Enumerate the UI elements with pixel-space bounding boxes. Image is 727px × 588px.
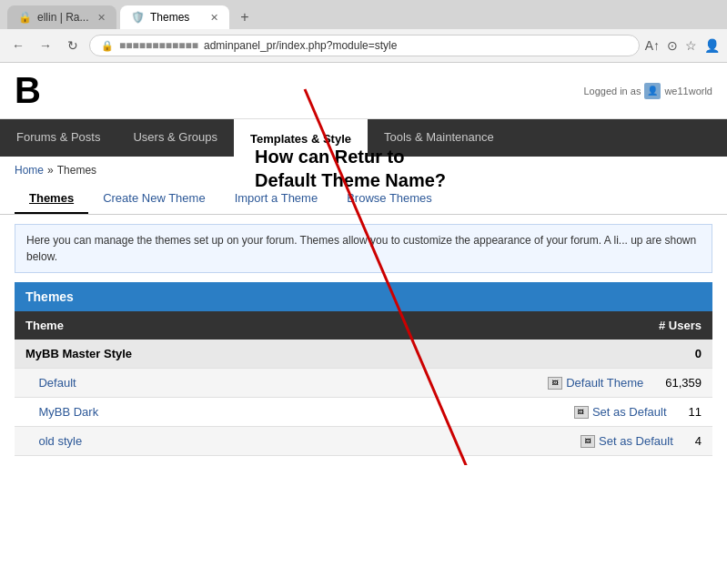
tab2-favicon: 🛡️: [131, 11, 145, 24]
profile-icon[interactable]: 👤: [704, 38, 720, 53]
default-theme-name[interactable]: Default: [15, 369, 309, 398]
logged-in-area: Logged in as 👤 we11world: [583, 83, 712, 99]
old-style-action-cell: 🖼 Set as Default 4: [309, 427, 712, 456]
address-bar[interactable]: 🔒 ■■■■■■■■■■■■ adminpanel_pr/index.php?m…: [89, 35, 640, 56]
mybb-dark-theme-name[interactable]: MyBB Dark: [15, 398, 309, 427]
table-row-old-style: old style 🖼 Set as Default 4: [15, 427, 712, 456]
table-row-default: Default 🖼 Default Theme 61,359: [15, 369, 712, 398]
reader-icon[interactable]: ⊙: [667, 38, 678, 53]
new-tab-button[interactable]: +: [233, 5, 257, 29]
top-bar: B How can Retur to Default Theme Name? L…: [0, 63, 727, 119]
default-action-link[interactable]: Default Theme: [566, 376, 643, 390]
mybb-dark-users-count: 11: [689, 405, 702, 419]
forward-button[interactable]: →: [35, 35, 56, 56]
table-row-master: MyBB Master Style 0: [15, 340, 712, 369]
browser-chrome: 🔒 ellin | Ra... ✕ 🛡️ Themes ✕ + ← → ↻ 🔒 …: [0, 0, 727, 63]
default-action-cell: 🖼 Default Theme 61,359: [309, 369, 712, 398]
table-section: Themes Theme # Users MyBB Master Style 0: [15, 282, 712, 456]
themes-table: Theme # Users MyBB Master Style 0 D: [15, 311, 712, 456]
nav-users[interactable]: Users & Groups: [116, 119, 233, 157]
mybb-dark-action-area: 🖼 Set as Default 11: [320, 405, 702, 419]
default-theme-link[interactable]: Default: [38, 376, 76, 390]
url-path: adminpanel_pr/index.php?module=style: [204, 39, 397, 52]
old-style-theme-link[interactable]: old style: [38, 434, 82, 448]
address-bar-row: ← → ↻ 🔒 ■■■■■■■■■■■■ adminpanel_pr/index…: [0, 29, 727, 62]
address-icons: A↑ ⊙ ☆ 👤: [645, 38, 720, 53]
tab-1[interactable]: 🔒 ellin | Ra... ✕: [7, 5, 116, 29]
question-line1: How can Retur to: [255, 147, 404, 167]
tab-bar: 🔒 ellin | Ra... ✕ 🛡️ Themes ✕ +: [0, 0, 727, 29]
nav-forums[interactable]: Forums & Posts: [0, 119, 116, 157]
mybb-dark-action-link[interactable]: Set as Default: [592, 405, 667, 419]
tab-2[interactable]: 🛡️ Themes ✕: [120, 5, 229, 29]
default-users-count: 61,359: [665, 376, 702, 390]
table-header: Themes: [15, 282, 712, 311]
user-avatar-icon: 👤: [644, 83, 661, 99]
col-users: # Users: [309, 311, 712, 340]
logged-in-label: Logged in as: [583, 86, 641, 96]
master-users: 0: [309, 340, 712, 369]
table-row-mybb-dark: MyBB Dark 🖼 Set as Default 11: [15, 398, 712, 427]
default-theme-icon: 🖼: [548, 377, 562, 390]
reload-button[interactable]: ↻: [62, 35, 84, 56]
question-overlay: How can Retur to Default Theme Name?: [255, 145, 446, 192]
breadcrumb-home[interactable]: Home: [15, 164, 44, 177]
old-style-action-area: 🖼 Set as Default 4: [320, 434, 702, 448]
tab2-close[interactable]: ✕: [210, 12, 218, 24]
translate-icon[interactable]: A↑: [645, 38, 660, 53]
back-button[interactable]: ←: [7, 35, 29, 56]
tab2-label: Themes: [150, 11, 189, 24]
old-style-theme-name[interactable]: old style: [15, 427, 309, 456]
subtab-create[interactable]: Create New Theme: [88, 184, 219, 214]
default-action-area: 🖼 Default Theme 61,359: [320, 376, 702, 390]
bookmark-icon[interactable]: ☆: [685, 38, 697, 53]
page-content: B How can Retur to Default Theme Name? L…: [0, 63, 727, 456]
breadcrumb-current: Themes: [57, 164, 96, 177]
old-style-set-icon: 🖼: [581, 435, 595, 448]
lock-icon: 🔒: [101, 40, 114, 52]
master-theme-name: MyBB Master Style: [15, 340, 309, 369]
mybb-dark-theme-link[interactable]: MyBB Dark: [38, 405, 98, 419]
info-box: Here you can manage the themes set up on…: [15, 224, 712, 273]
info-text: Here you can manage the themes set up on…: [26, 234, 696, 263]
breadcrumb-sep: »: [47, 164, 54, 177]
site-logo: B: [15, 70, 41, 111]
mybb-dark-set-icon: 🖼: [574, 406, 589, 419]
old-style-action-link[interactable]: Set as Default: [599, 434, 673, 448]
page-wrapper: 🔒 ellin | Ra... ✕ 🛡️ Themes ✕ + ← → ↻ 🔒 …: [0, 0, 727, 456]
tab1-favicon: 🔒: [18, 11, 32, 24]
subtab-themes[interactable]: Themes: [15, 184, 88, 214]
mybb-dark-action-cell: 🖼 Set as Default 11: [309, 398, 712, 427]
url-text: ■■■■■■■■■■■■: [119, 39, 198, 52]
username: we11world: [664, 86, 712, 96]
table-header-row: Theme # Users: [15, 311, 712, 340]
question-line2: Default Theme Name?: [255, 170, 446, 190]
tab1-label: ellin | Ra...: [37, 11, 88, 24]
col-theme: Theme: [15, 311, 309, 340]
old-style-users-count: 4: [695, 434, 702, 448]
tab1-close[interactable]: ✕: [97, 12, 106, 24]
